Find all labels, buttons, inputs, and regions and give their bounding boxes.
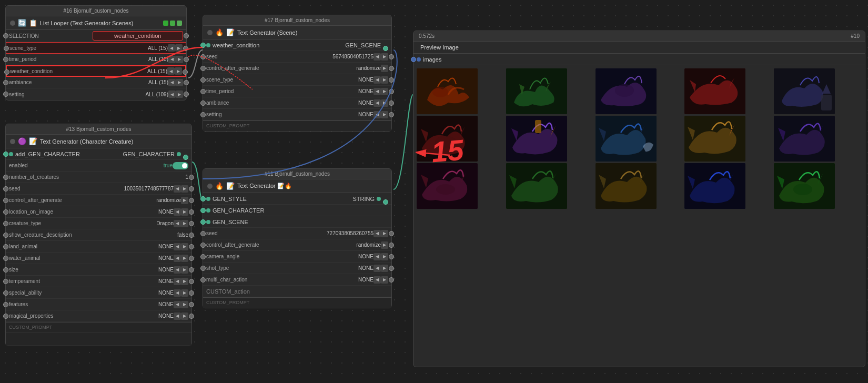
image-thumb-11[interactable] bbox=[417, 163, 478, 209]
btn-shot-right[interactable]: ▶ bbox=[381, 265, 388, 272]
socket-spec-out[interactable] bbox=[189, 290, 194, 296]
btn-time-period-right[interactable]: ▶ bbox=[176, 56, 183, 63]
btn-ctrl-17-right[interactable]: ▶ bbox=[381, 65, 388, 72]
btn-seed-11-left[interactable]: ◀ bbox=[374, 230, 381, 237]
socket-spec-in[interactable] bbox=[3, 290, 8, 296]
btn-scene-17-left[interactable]: ◀ bbox=[374, 76, 381, 84]
socket-cam-out[interactable] bbox=[389, 254, 394, 259]
node-13-custom-prompt[interactable]: CUSTOM_PROMPT bbox=[6, 322, 191, 332]
btn-spec-right[interactable]: ▶ bbox=[181, 289, 188, 297]
btn-feat-right[interactable]: ▶ bbox=[181, 301, 188, 308]
socket-water-out[interactable] bbox=[189, 256, 194, 261]
socket-set-17-out[interactable] bbox=[389, 112, 394, 117]
socket-ctrl-13-out[interactable] bbox=[189, 198, 194, 203]
socket-scene-17-in[interactable] bbox=[200, 77, 206, 83]
socket-ctrl-13-in[interactable] bbox=[3, 198, 8, 203]
socket-setting-in[interactable] bbox=[3, 92, 8, 97]
socket-land-in[interactable] bbox=[3, 244, 8, 249]
socket-temp-out[interactable] bbox=[189, 279, 194, 284]
socket-time-17-in[interactable] bbox=[200, 89, 206, 94]
socket-feat-in[interactable] bbox=[3, 302, 8, 307]
btn-weather-left[interactable]: ◀ bbox=[167, 67, 175, 75]
node-17-custom-prompt[interactable]: CUSTOM_PROMPT bbox=[203, 120, 391, 131]
socket-scene-17-out[interactable] bbox=[389, 77, 394, 83]
btn-ambiance-left[interactable]: ◀ bbox=[168, 79, 176, 86]
socket-mag-in[interactable] bbox=[3, 314, 8, 319]
socket-add-gen-char-in[interactable] bbox=[3, 152, 8, 157]
image-thumb-5[interactable] bbox=[774, 68, 835, 114]
btn-setting-right[interactable]: ▶ bbox=[176, 90, 183, 98]
btn-setting-left[interactable]: ◀ bbox=[168, 90, 176, 98]
socket-ctrl-11-in[interactable] bbox=[200, 243, 206, 248]
socket-gen-scene-out[interactable] bbox=[383, 46, 388, 51]
socket-size-in[interactable] bbox=[3, 267, 8, 273]
socket-mag-out[interactable] bbox=[189, 314, 194, 319]
btn-amb-17-left[interactable]: ◀ bbox=[374, 99, 381, 107]
socket-loc-in[interactable] bbox=[3, 209, 8, 215]
btn-time-17-right[interactable]: ▶ bbox=[381, 88, 388, 95]
image-thumb-3[interactable] bbox=[596, 68, 657, 114]
socket-seed-17-out[interactable] bbox=[389, 54, 394, 59]
btn-mag-right[interactable]: ▶ bbox=[181, 313, 188, 320]
socket-feat-out[interactable] bbox=[189, 302, 194, 307]
socket-seed-11-in[interactable] bbox=[200, 231, 206, 236]
btn-mag-left[interactable]: ◀ bbox=[174, 313, 181, 320]
socket-ctype-out[interactable] bbox=[189, 221, 194, 226]
socket-land-out[interactable] bbox=[189, 244, 194, 249]
btn-ctrl-13-right[interactable]: ▶ bbox=[181, 197, 188, 204]
btn-multi-left[interactable]: ◀ bbox=[374, 276, 381, 284]
btn-feat-left[interactable]: ◀ bbox=[174, 301, 181, 308]
socket-amb-17-out[interactable] bbox=[389, 100, 394, 106]
socket-multi-in[interactable] bbox=[200, 277, 206, 283]
btn-scene-17-right[interactable]: ▶ bbox=[381, 76, 388, 84]
image-thumb-9[interactable] bbox=[684, 116, 745, 162]
image-thumb-2[interactable] bbox=[506, 68, 567, 114]
image-thumb-12[interactable] bbox=[506, 163, 567, 209]
socket-temp-in[interactable] bbox=[3, 279, 8, 284]
btn-multi-right[interactable]: ▶ bbox=[381, 276, 388, 284]
socket-amb-17-in[interactable] bbox=[200, 100, 206, 106]
btn-temp-left[interactable]: ◀ bbox=[174, 278, 181, 285]
image-thumb-6[interactable] bbox=[417, 116, 478, 162]
node-11-custom-prompt[interactable]: CUSTOM_PROMPT bbox=[203, 297, 391, 308]
socket-ctype-in[interactable] bbox=[3, 221, 8, 226]
image-thumb-10[interactable] bbox=[774, 116, 835, 162]
btn-land-right[interactable]: ▶ bbox=[181, 243, 188, 250]
btn-cam-left[interactable]: ◀ bbox=[374, 253, 381, 260]
btn-size-left[interactable]: ◀ bbox=[174, 266, 181, 274]
socket-cam-in[interactable] bbox=[200, 254, 206, 259]
socket-shot-in[interactable] bbox=[200, 266, 206, 271]
btn-seed-13-right[interactable]: ▶ bbox=[181, 185, 188, 193]
btn-water-right[interactable]: ▶ bbox=[181, 255, 188, 262]
socket-ambiance-out[interactable] bbox=[184, 80, 189, 85]
socket-shot-out[interactable] bbox=[389, 266, 394, 271]
btn-seed-17-left[interactable]: ◀ bbox=[374, 53, 381, 61]
btn-seed-11-right[interactable]: ▶ bbox=[381, 230, 388, 237]
socket-time-period-out[interactable] bbox=[184, 57, 189, 62]
btn-scene-type-left[interactable]: ◀ bbox=[168, 44, 175, 52]
socket-showdesc-in[interactable] bbox=[3, 233, 8, 238]
btn-temp-right[interactable]: ▶ bbox=[181, 278, 188, 285]
btn-seed-13-left[interactable]: ◀ bbox=[174, 185, 181, 193]
btn-land-left[interactable]: ◀ bbox=[174, 243, 181, 250]
socket-num-creatures-in[interactable] bbox=[3, 175, 8, 180]
socket-selection-out[interactable] bbox=[184, 33, 189, 38]
btn-ctype-right[interactable]: ▶ bbox=[181, 220, 188, 227]
socket-loc-out[interactable] bbox=[189, 209, 194, 215]
image-thumb-8[interactable] bbox=[596, 116, 657, 162]
toggle-enabled[interactable] bbox=[173, 162, 188, 169]
btn-set-17-right[interactable]: ▶ bbox=[381, 111, 388, 118]
socket-ctrl-17-in[interactable] bbox=[200, 66, 206, 71]
btn-weather-right[interactable]: ▶ bbox=[175, 67, 182, 75]
socket-showdesc-out[interactable] bbox=[189, 233, 194, 238]
socket-images-in[interactable] bbox=[411, 57, 416, 62]
socket-setting-out[interactable] bbox=[184, 92, 189, 97]
socket-time-period-in[interactable] bbox=[3, 57, 8, 62]
image-thumb-15[interactable] bbox=[774, 163, 835, 209]
btn-time-17-left[interactable]: ◀ bbox=[374, 88, 381, 95]
socket-size-out[interactable] bbox=[189, 267, 194, 273]
socket-scene-type-out[interactable] bbox=[183, 46, 188, 51]
btn-ambiance-right[interactable]: ▶ bbox=[176, 79, 183, 86]
socket-set-17-in[interactable] bbox=[200, 112, 206, 117]
btn-time-period-left[interactable]: ◀ bbox=[168, 56, 176, 63]
